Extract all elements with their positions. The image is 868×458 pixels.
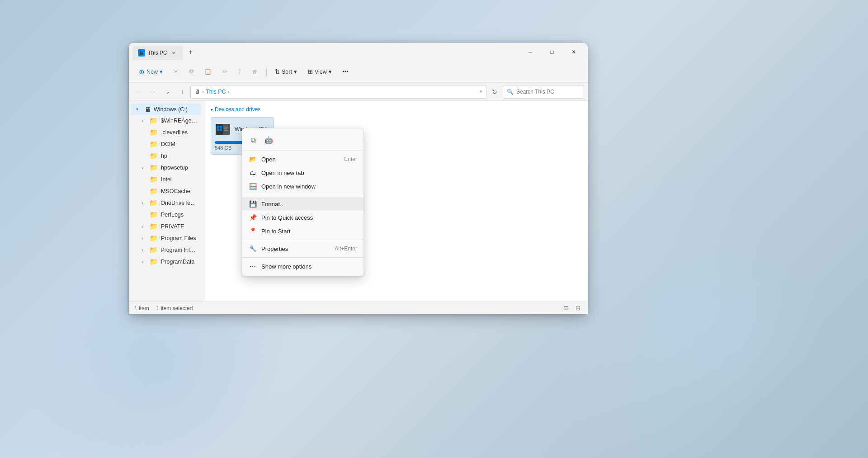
ctx-open-tab-label: Open in new tab bbox=[261, 170, 304, 176]
new-dropdown-icon: ▾ bbox=[160, 68, 163, 75]
close-button[interactable]: ✕ bbox=[563, 45, 584, 59]
sidebar-item-programdata[interactable]: › 📁 ProgramData bbox=[131, 256, 201, 268]
sidebar-item-private[interactable]: › 📁 PRIVATE bbox=[131, 221, 201, 232]
ctx-mini-toolbar: ⧉ 🤖 bbox=[242, 131, 363, 151]
sidebar-item-dcim[interactable]: 📁 DCIM bbox=[131, 138, 201, 150]
ctx-show-more-label: Show more options bbox=[261, 263, 311, 270]
ctx-open-tab-icon: 🗂 bbox=[249, 169, 257, 177]
sidebar-item-msocache[interactable]: 📁 MSOCache bbox=[131, 185, 201, 197]
ctx-properties-shortcut: Alt+Enter bbox=[335, 246, 357, 252]
recent-button[interactable]: ⌄ bbox=[161, 85, 174, 98]
up-button[interactable]: ↑ bbox=[176, 85, 189, 98]
ctx-format-label: Format... bbox=[261, 201, 285, 208]
share-button[interactable]: ⤴ bbox=[234, 64, 246, 80]
cut-icon: ✂ bbox=[174, 68, 179, 75]
view-toggle-area: ☰ ⊞ bbox=[561, 304, 582, 313]
ctx-format-icon: 💾 bbox=[249, 200, 257, 208]
view-dropdown-icon: ▾ bbox=[329, 68, 332, 75]
tab-close-button[interactable]: ✕ bbox=[170, 49, 177, 57]
ctx-format[interactable]: 💾 Format... bbox=[242, 197, 363, 211]
status-bar: 1 item 1 item selected ☰ ⊞ bbox=[129, 302, 588, 314]
win-logo-br bbox=[220, 128, 222, 131]
tab-area: This PC ✕ + bbox=[132, 43, 520, 61]
ctx-properties[interactable]: 🔧 Properties Alt+Enter bbox=[242, 242, 363, 255]
sidebar-item-cleverfiles[interactable]: 📁 .cleverfiles bbox=[131, 127, 201, 138]
sidebar-folder-icon-3: 📁 bbox=[150, 140, 158, 148]
search-input[interactable] bbox=[516, 89, 584, 95]
sidebar-item-programfiles[interactable]: › 📁 Program Files bbox=[131, 232, 201, 244]
rename-icon: ✏ bbox=[222, 68, 227, 75]
rename-button[interactable]: ✏ bbox=[218, 64, 232, 80]
view-button[interactable]: ⊞ View ▾ bbox=[303, 64, 336, 80]
ctx-open-window-icon: 🪟 bbox=[249, 182, 257, 190]
sort-button[interactable]: ⇅ Sort ▾ bbox=[270, 64, 302, 80]
ctx-show-more[interactable]: ⋯ Show more options bbox=[242, 260, 363, 273]
sort-dropdown-icon: ▾ bbox=[294, 68, 297, 75]
copy-button[interactable]: ⧉ bbox=[185, 64, 198, 80]
context-menu: ⧉ 🤖 📂 Open Enter 🗂 Open in new tab 🪟 Ope… bbox=[242, 128, 364, 276]
sidebar-label-programfiles: Program Files bbox=[161, 235, 196, 241]
sidebar-item-intel[interactable]: 📁 Intel bbox=[131, 174, 201, 185]
ctx-pin-quick[interactable]: 📌 Pin to Quick access bbox=[242, 211, 363, 224]
sidebar-folder-icon-9: 📁 bbox=[150, 211, 158, 219]
ctx-pin-quick-label: Pin to Quick access bbox=[261, 214, 313, 221]
back-button[interactable]: ← bbox=[132, 85, 145, 98]
sort-label: Sort bbox=[282, 69, 292, 75]
ctx-pin-start-label: Pin to Start bbox=[261, 228, 290, 235]
active-tab[interactable]: This PC ✕ bbox=[132, 46, 183, 60]
sidebar-label-onedrive: OneDriveTem... bbox=[160, 200, 198, 206]
sidebar-item-onedrive[interactable]: › 📁 OneDriveTem... bbox=[131, 197, 201, 209]
refresh-button[interactable]: ↻ bbox=[488, 85, 501, 98]
sidebar-label-cleverfiles: .cleverfiles bbox=[161, 129, 188, 136]
sidebar-label-private: PRIVATE bbox=[161, 223, 184, 230]
sidebar-chevron-1: › bbox=[142, 118, 146, 123]
address-dropdown[interactable]: ▾ bbox=[480, 89, 482, 94]
win-logo-bl bbox=[217, 128, 219, 131]
sidebar-item-perflogs[interactable]: 📁 PerfLogs bbox=[131, 209, 201, 221]
cut-button[interactable]: ✂ bbox=[169, 64, 183, 80]
maximize-button[interactable]: □ bbox=[542, 45, 562, 59]
minimize-button[interactable]: ─ bbox=[520, 45, 541, 59]
address-crumb-thispc[interactable]: This PC bbox=[206, 89, 226, 95]
sidebar-label-programdata: ProgramData bbox=[161, 259, 194, 265]
ctx-copy-button[interactable]: ⧉ bbox=[246, 133, 260, 147]
sidebar-item-programfiles2[interactable]: › 📁 Program Files... bbox=[131, 244, 201, 256]
sidebar-folder-icon-6: 📁 bbox=[150, 175, 158, 184]
drive-icon-wrap bbox=[215, 121, 231, 137]
ctx-open-new-tab[interactable]: 🗂 Open in new tab bbox=[242, 166, 363, 179]
sidebar-folder-icon-10: 📁 bbox=[150, 222, 158, 231]
sidebar: ▾ 🖥 Windows (C:) › 📁 $WinREAgen... 📁 .cl… bbox=[129, 101, 203, 302]
list-view-icon[interactable]: ☰ bbox=[561, 304, 571, 313]
ctx-pin-start[interactable]: 📍 Pin to Start bbox=[242, 224, 363, 238]
sort-icon: ⇅ bbox=[275, 68, 280, 75]
delete-button[interactable]: 🗑 bbox=[248, 64, 263, 80]
sidebar-item-hpswsetup[interactable]: › 📁 hpswsetup bbox=[131, 162, 201, 174]
more-button[interactable]: ••• bbox=[338, 64, 353, 80]
ctx-properties-label: Properties bbox=[261, 246, 288, 252]
ctx-open-new-window[interactable]: 🪟 Open in new window bbox=[242, 179, 363, 193]
ctx-separator-3 bbox=[242, 257, 363, 258]
sidebar-chevron-5: › bbox=[142, 165, 147, 170]
sidebar-item-windows-c[interactable]: ▾ 🖥 Windows (C:) bbox=[131, 104, 201, 115]
sidebar-item-hp[interactable]: 📁 hp bbox=[131, 150, 201, 162]
view-icon: ⊞ bbox=[308, 68, 313, 75]
new-tab-button[interactable]: + bbox=[184, 46, 197, 58]
address-input[interactable]: 🖥 › This PC › ▾ bbox=[190, 85, 486, 99]
title-bar: This PC ✕ + ─ □ ✕ bbox=[129, 43, 588, 61]
paste-button[interactable]: 📋 bbox=[200, 64, 216, 80]
tab-label: This PC bbox=[148, 50, 167, 56]
share-icon: ⤴ bbox=[238, 69, 241, 75]
new-button[interactable]: ⊕ New ▾ bbox=[134, 64, 167, 80]
view-label: View bbox=[315, 69, 327, 75]
ctx-pin-start-icon: 📍 bbox=[249, 227, 257, 235]
sidebar-drive-icon: 🖥 bbox=[144, 105, 151, 113]
grid-view-icon[interactable]: ⊞ bbox=[573, 304, 582, 313]
forward-button[interactable]: → bbox=[147, 85, 160, 98]
sidebar-chevron-8: › bbox=[142, 201, 146, 206]
tab-icon bbox=[138, 49, 145, 57]
ctx-pin-quick-icon: 📌 bbox=[249, 213, 257, 222]
ctx-ai-button[interactable]: 🤖 bbox=[261, 133, 276, 147]
sidebar-label-perflogs: PerfLogs bbox=[161, 212, 184, 218]
sidebar-item-winreagen[interactable]: › 📁 $WinREAgen... bbox=[131, 115, 201, 127]
ctx-open[interactable]: 📂 Open Enter bbox=[242, 152, 363, 166]
